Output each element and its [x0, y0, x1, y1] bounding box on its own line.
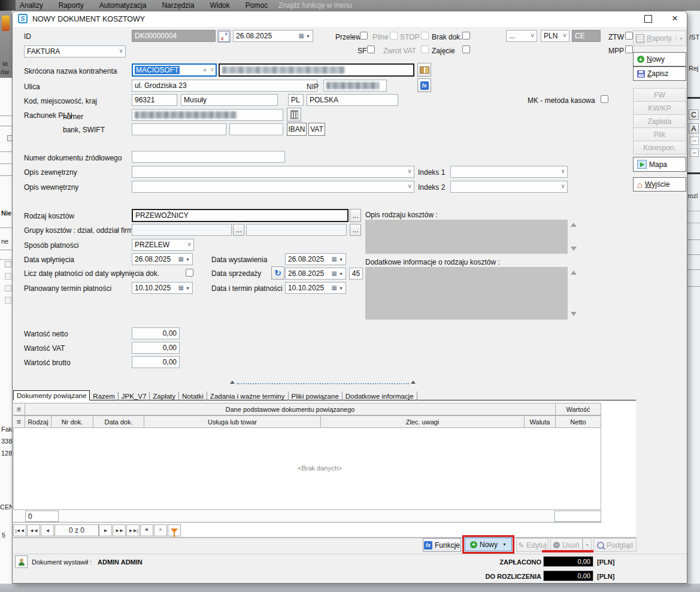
postal-code-field[interactable]: 96321: [132, 94, 177, 106]
pager-fastnext-button[interactable]: ►►: [113, 524, 126, 536]
mpp-checkbox[interactable]: [625, 45, 633, 53]
city-field[interactable]: Musuły: [181, 94, 278, 106]
pager-prev-button[interactable]: ◄: [41, 524, 54, 536]
ext-desc-combo[interactable]: ˅: [132, 166, 414, 178]
column-header-netto[interactable]: Netto: [556, 415, 601, 428]
maximize-button[interactable]: [644, 15, 652, 23]
pager-next-button[interactable]: ►: [99, 524, 112, 536]
dropdown-arrow-icon[interactable]: ▼: [502, 542, 507, 547]
menu-search-input[interactable]: Znajdź funkcję w menu: [278, 1, 352, 10]
funkcje-button[interactable]: fx Funkcje: [423, 538, 461, 552]
combo-arrow-icon[interactable]: ˅: [210, 67, 214, 73]
hamburger-icon[interactable]: ≣: [16, 406, 21, 412]
cost-group1-browse-button[interactable]: ...: [233, 224, 244, 236]
menu-item-analizy[interactable]: Analizy: [20, 1, 43, 10]
tab-notatki[interactable]: Notatki: [179, 391, 207, 400]
group-header-cell[interactable]: Dane podstawowe dokumentu powiązanego: [25, 403, 556, 415]
sidebar-mapa-button[interactable]: Mapa: [633, 157, 686, 172]
menu-item-raporty[interactable]: Raporty: [59, 1, 84, 10]
ztw-checkbox[interactable]: [625, 32, 633, 40]
splitter-handle[interactable]: [237, 383, 409, 384]
menu-item-automatyzacja[interactable]: Automatyzacja: [99, 1, 147, 10]
account-number-field[interactable]: [132, 109, 283, 121]
due-date-field[interactable]: 10.10.2025 ▦▼: [285, 282, 346, 294]
calendar-question-button[interactable]: [217, 30, 231, 42]
iban-button[interactable]: IBAN: [287, 123, 307, 136]
column-header-rodzaj[interactable]: Rodzaj: [25, 415, 51, 428]
tab-dodatkowe-informacje[interactable]: Dodatkowe informacje: [343, 391, 417, 400]
value-header-cell[interactable]: Wartość: [556, 403, 601, 415]
close-button[interactable]: ×: [672, 13, 678, 25]
payment-days-field[interactable]: 45: [349, 268, 363, 280]
payment-method-combo[interactable]: PRZELEW˅: [132, 239, 194, 251]
menu-item-pomoc[interactable]: Pomoc: [246, 1, 268, 10]
sidebar-zapisz-button[interactable]: Zapisz: [633, 66, 686, 81]
int-desc-combo[interactable]: ˅: [132, 181, 414, 193]
document-type-combo[interactable]: FAKTURA˅: [24, 45, 126, 57]
scroll-down-icon[interactable]: [571, 247, 577, 251]
swift-field[interactable]: [229, 123, 283, 135]
pager-filter-button[interactable]: [168, 524, 181, 536]
menu-item-narzedzia[interactable]: Narzędzia: [162, 1, 194, 10]
cost-group1-field[interactable]: [132, 224, 232, 236]
nip-field[interactable]: [323, 80, 387, 92]
sale-date-field[interactable]: 26.08.2025 ▦▼: [285, 268, 346, 280]
pager-fastback-button[interactable]: ◄◄: [27, 524, 40, 536]
tab-jpk-v7[interactable]: JPK_V7: [119, 391, 150, 400]
column-header-data-dok[interactable]: Data dok.: [93, 415, 144, 428]
tab-zaplaty[interactable]: Zapłaty: [150, 391, 179, 400]
issue-date-field[interactable]: 26.08.2025 ▦▼: [285, 253, 346, 265]
column-header-nr-dok[interactable]: Nr dok.: [51, 415, 93, 428]
bank-name-field[interactable]: [132, 123, 226, 135]
country-code-field[interactable]: PL: [288, 94, 304, 106]
contacts-book-button[interactable]: [417, 63, 431, 77]
currency-combo[interactable]: PLN˅: [541, 30, 569, 42]
contractor-full-name-field[interactable]: [219, 63, 414, 77]
receipt-date-field[interactable]: 26.08.2025 ▦▼: [132, 253, 193, 265]
refresh-date-button[interactable]: ↻: [271, 266, 284, 280]
pager-new-row-alt-button[interactable]: *: [154, 524, 167, 536]
document-date-field[interactable]: 26.08.2025 ▦ ▼: [233, 30, 313, 42]
index1-combo[interactable]: ˅: [450, 166, 568, 178]
hamburger-icon[interactable]: ≣: [16, 418, 21, 425]
extra-combo[interactable]: ...˅: [506, 30, 537, 42]
issuer-button[interactable]: [15, 555, 28, 568]
fx-function-button[interactable]: fx: [417, 78, 431, 92]
planned-due-field[interactable]: 10.10.2025 ▦▼: [132, 282, 193, 294]
column-header-zlec[interactable]: Zlec. uwagi: [321, 415, 525, 428]
tab-razem[interactable]: Razem: [90, 391, 118, 400]
pager-last-button[interactable]: ►►|: [126, 524, 140, 536]
column-header-waluta[interactable]: Waluta: [525, 415, 556, 428]
country-field[interactable]: POLSKA: [307, 94, 398, 106]
tab-pliki-powiazane[interactable]: Pliki powiązane: [289, 391, 343, 400]
cost-type-browse-button[interactable]: ...: [350, 209, 361, 222]
column-header-usluga[interactable]: Usługa lub towar: [144, 415, 321, 428]
clear-icon[interactable]: ×: [203, 67, 207, 74]
tab-zadania-i-wazne-terminy[interactable]: Zadania i ważne terminy: [207, 391, 289, 400]
index2-combo[interactable]: ˅: [450, 181, 568, 193]
sf-checkbox[interactable]: [367, 45, 375, 53]
count-from-receipt-checkbox[interactable]: [186, 269, 193, 277]
bank-button[interactable]: [287, 108, 301, 122]
tab-dokumenty-powiazane[interactable]: Dokumenty powiązane: [13, 390, 90, 400]
source-doc-field[interactable]: [132, 151, 285, 163]
brak-dok-checkbox[interactable]: [462, 32, 470, 40]
scroll-down-icon[interactable]: [571, 312, 577, 316]
scroll-up-icon[interactable]: [571, 271, 577, 275]
sidebar-nowy-button[interactable]: + Nowy: [633, 52, 686, 66]
pager-first-button[interactable]: |◄◄: [13, 524, 26, 536]
przelew-checkbox[interactable]: [360, 32, 368, 40]
street-field[interactable]: ul. Grodziska 23: [132, 80, 317, 92]
nowy-button[interactable]: + Nowy ▼: [465, 538, 512, 551]
menu-item-widok[interactable]: Widok: [210, 1, 229, 10]
cost-group2-field[interactable]: [246, 224, 347, 236]
cost-type-field[interactable]: PRZEWOŹNICY: [132, 209, 349, 222]
cost-group2-browse-button[interactable]: ...: [350, 224, 361, 236]
vat-button[interactable]: VAT: [308, 123, 325, 136]
pager-new-row-button[interactable]: *: [140, 524, 153, 536]
scroll-up-icon[interactable]: [571, 223, 577, 227]
sidebar-wyjscie-button[interactable]: ⌂ Wyjście: [633, 177, 686, 192]
contractor-short-name-combo[interactable]: MACIOSOFT × ˅: [132, 63, 217, 77]
mk-checkbox[interactable]: [601, 95, 608, 103]
zajecie-checkbox[interactable]: [462, 45, 470, 53]
